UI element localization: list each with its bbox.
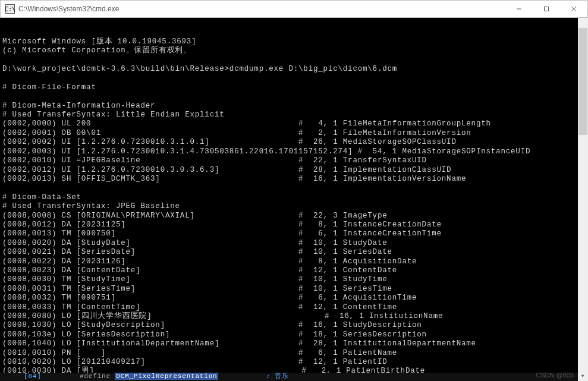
- maximize-icon: [543, 6, 549, 12]
- window-title: C:\Windows\System32\cmd.exe: [18, 5, 505, 13]
- window-controls: [505, 1, 587, 17]
- scroll-thumb[interactable]: [578, 28, 587, 135]
- watermark: CSDN @605: [536, 371, 574, 380]
- terminal-area[interactable]: Microsoft Windows [版本 10.0.19045.3693] (…: [0, 18, 588, 381]
- bottom-lineno: [84]: [24, 372, 42, 381]
- bottom-strip: [84] #define DCM_PixelRepresentation ♪ 音…: [0, 373, 578, 381]
- cmd-icon: C:\: [5, 4, 15, 14]
- close-icon: [571, 6, 577, 12]
- maximize-button[interactable]: [533, 1, 560, 17]
- bottom-prefix: #define: [80, 373, 115, 380]
- bottom-sound: ♪ 音乐: [266, 372, 288, 381]
- minimize-button[interactable]: [505, 1, 533, 17]
- bottom-code: #define DCM_PixelRepresentation: [54, 363, 219, 381]
- scrollbar-vertical[interactable]: ▲ ▼: [578, 18, 588, 381]
- minimize-icon: [516, 6, 522, 12]
- titlebar: C:\ C:\Windows\System32\cmd.exe: [0, 0, 588, 18]
- terminal-output: Microsoft Windows [版本 10.0.19045.3693] (…: [2, 37, 576, 381]
- bottom-highlight: DCM_PixelRepresentation: [115, 373, 218, 380]
- scroll-down-button[interactable]: ▼: [578, 371, 588, 381]
- close-button[interactable]: [560, 1, 587, 17]
- svg-rect-1: [545, 7, 549, 11]
